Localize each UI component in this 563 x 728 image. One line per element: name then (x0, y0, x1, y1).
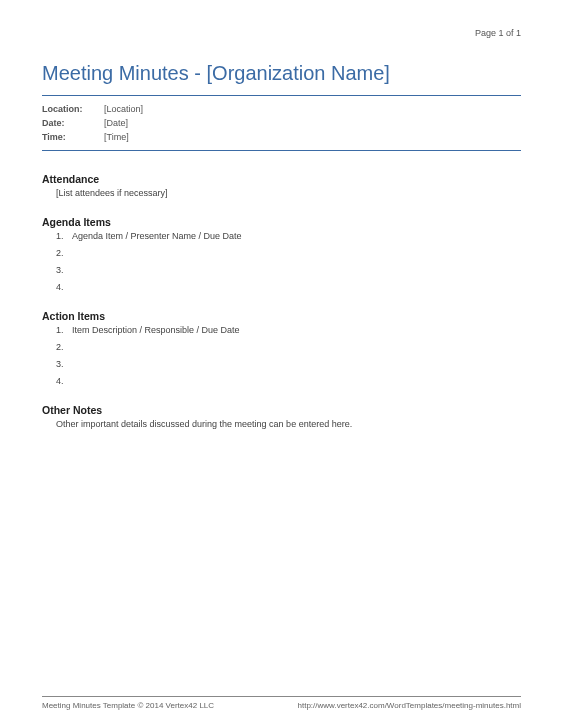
list-item: 2. (56, 342, 521, 352)
list-item: 1. Agenda Item / Presenter Name / Due Da… (56, 231, 521, 241)
item-number: 2. (56, 248, 72, 258)
list-item: 3. (56, 265, 521, 275)
section-attendance: Attendance [List attendees if necessary] (42, 173, 521, 198)
date-value: [Date] (104, 118, 521, 128)
item-content: Item Description / Responsible / Due Dat… (72, 325, 521, 335)
list-item: 2. (56, 248, 521, 258)
list-item: 4. (56, 376, 521, 386)
time-label: Time: (42, 132, 104, 142)
footer: Meeting Minutes Template © 2014 Vertex42… (42, 696, 521, 710)
item-content (72, 342, 521, 352)
document-title: Meeting Minutes - [Organization Name] (42, 62, 521, 85)
agenda-heading: Agenda Items (42, 216, 521, 228)
item-number: 1. (56, 231, 72, 241)
item-number: 4. (56, 282, 72, 292)
item-content (72, 265, 521, 275)
action-list: 1. Item Description / Responsible / Due … (56, 325, 521, 386)
list-item: 4. (56, 282, 521, 292)
date-label: Date: (42, 118, 104, 128)
time-value: [Time] (104, 132, 521, 142)
item-content: Agenda Item / Presenter Name / Due Date (72, 231, 521, 241)
meta-row-date: Date: [Date] (42, 116, 521, 130)
item-content (72, 359, 521, 369)
other-text: Other important details discussed during… (56, 419, 521, 429)
item-number: 2. (56, 342, 72, 352)
agenda-list: 1. Agenda Item / Presenter Name / Due Da… (56, 231, 521, 292)
section-agenda: Agenda Items 1. Agenda Item / Presenter … (42, 216, 521, 292)
item-number: 3. (56, 265, 72, 275)
meta-block: Location: [Location] Date: [Date] Time: … (42, 95, 521, 151)
action-heading: Action Items (42, 310, 521, 322)
location-label: Location: (42, 104, 104, 114)
footer-left: Meeting Minutes Template © 2014 Vertex42… (42, 701, 214, 710)
item-number: 4. (56, 376, 72, 386)
attendance-heading: Attendance (42, 173, 521, 185)
footer-right: http://www.vertex42.com/WordTemplates/me… (298, 701, 522, 710)
meta-row-time: Time: [Time] (42, 130, 521, 144)
location-value: [Location] (104, 104, 521, 114)
page: Page 1 of 1 Meeting Minutes - [Organizat… (0, 0, 563, 728)
item-number: 3. (56, 359, 72, 369)
other-heading: Other Notes (42, 404, 521, 416)
item-content (72, 248, 521, 258)
section-action: Action Items 1. Item Description / Respo… (42, 310, 521, 386)
page-number: Page 1 of 1 (475, 28, 521, 38)
item-content (72, 376, 521, 386)
attendance-text: [List attendees if necessary] (56, 188, 521, 198)
item-number: 1. (56, 325, 72, 335)
list-item: 3. (56, 359, 521, 369)
list-item: 1. Item Description / Responsible / Due … (56, 325, 521, 335)
item-content (72, 282, 521, 292)
meta-row-location: Location: [Location] (42, 102, 521, 116)
section-other: Other Notes Other important details disc… (42, 404, 521, 429)
